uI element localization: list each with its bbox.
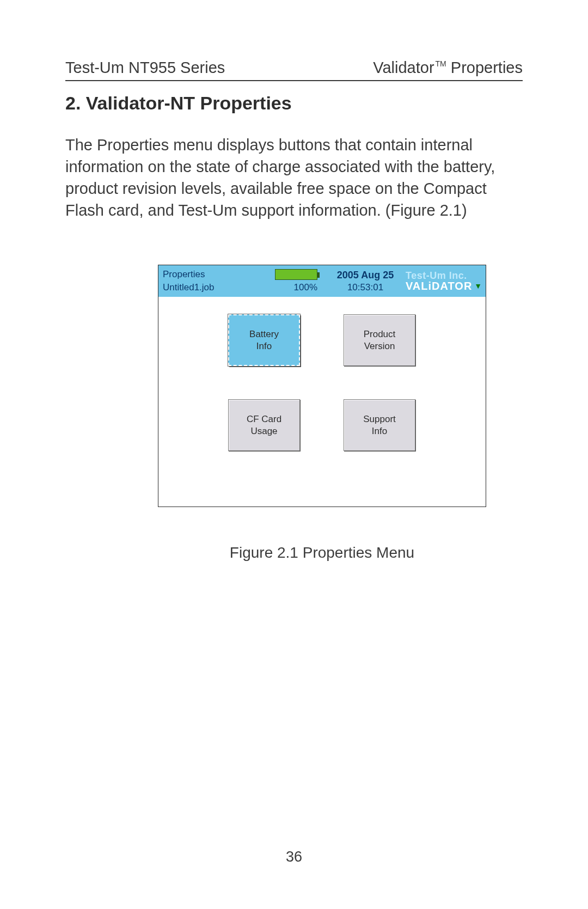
battery-percent: 100% (294, 282, 317, 293)
product-version-button[interactable]: Product Version (344, 314, 415, 366)
header-left: Test-Um NT955 Series (65, 59, 225, 77)
brand-line2: VALiDATOR ▼ (406, 280, 482, 291)
titlebar-datetime-col: 2005 Aug 25 10:53:01 (327, 270, 403, 293)
trademark-superscript: TM (436, 59, 446, 68)
device-titlebar: Properties Untitled1.job 100% 2005 Aug 2… (158, 265, 486, 297)
section-paragraph: The Properties menu displays buttons tha… (65, 134, 523, 221)
menu-area: Battery Info Product Version CF Card Usa… (158, 297, 486, 507)
job-file-name: Untitled1.job (163, 282, 256, 293)
support-info-button[interactable]: Support Info (344, 399, 415, 451)
battery-icon (275, 269, 317, 280)
battery-info-label: Battery Info (249, 328, 279, 352)
device-screenshot: Properties Untitled1.job 100% 2005 Aug 2… (158, 265, 486, 507)
brand-line1: Test-Um Inc. (406, 271, 467, 280)
header-right: ValidatorTM Properties (373, 59, 523, 77)
page-number: 36 (0, 849, 588, 865)
product-version-label: Product Version (364, 328, 396, 352)
figure-wrapper: Properties Untitled1.job 100% 2005 Aug 2… (158, 265, 486, 562)
section-heading: 2. Validator-NT Properties (65, 93, 292, 114)
support-info-label: Support Info (363, 413, 396, 437)
titlebar-battery-col: 100% (256, 269, 327, 293)
figure-caption: Figure 2.1 Properties Menu (158, 544, 486, 562)
running-header: Test-Um NT955 Series ValidatorTM Propert… (65, 59, 523, 81)
titlebar-left-col: Properties Untitled1.job (158, 269, 256, 293)
dropdown-triangle-icon: ▼ (474, 282, 482, 290)
brand-logo: Test-Um Inc. VALiDATOR ▼ (403, 271, 486, 291)
header-right-suffix: Properties (446, 59, 523, 76)
battery-info-button[interactable]: Battery Info (228, 314, 300, 366)
brand-line2-text: VALiDATOR (406, 280, 472, 291)
status-time: 10:53:01 (347, 282, 383, 293)
header-right-prefix: Validator (373, 59, 434, 76)
cf-card-usage-label: CF Card Usage (247, 413, 281, 437)
screen-title: Properties (163, 269, 256, 280)
cf-card-usage-button[interactable]: CF Card Usage (228, 399, 300, 451)
status-date: 2005 Aug 25 (337, 270, 394, 281)
